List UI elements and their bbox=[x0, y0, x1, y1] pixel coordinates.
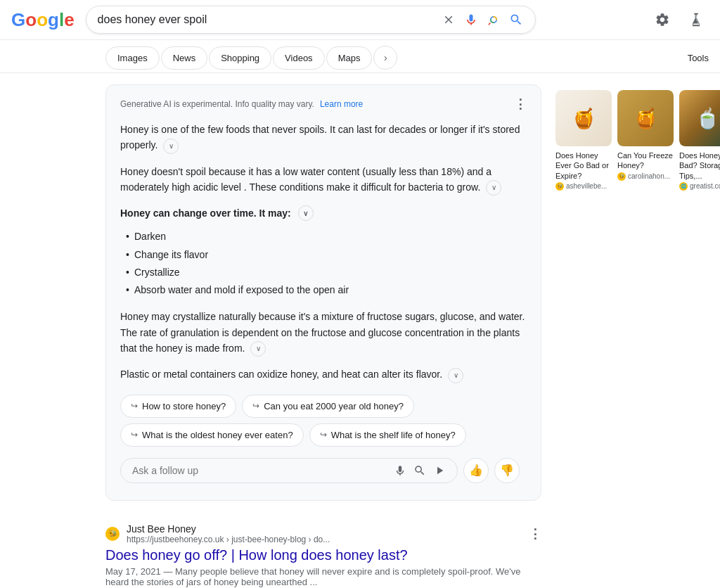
ai-paragraph-3: Honey may crystallize naturally because … bbox=[120, 309, 527, 357]
ai-more-options-icon[interactable]: ⋮ bbox=[514, 96, 527, 112]
source-favicon-0: 🐝 bbox=[555, 182, 564, 191]
image-thumbnail-1: 🍯 bbox=[617, 90, 674, 146]
chip-label: Can you eat 2000 year old honey? bbox=[264, 401, 404, 411]
image-card-1[interactable]: 🍯 Can You Freeze Honey? 🐝 carolinahon... bbox=[617, 90, 674, 191]
header: Google bbox=[0, 0, 720, 40]
list-item-flavor: Change its flavor bbox=[123, 246, 527, 264]
result-url: https://justbeehoney.co.uk › just-bee-ho… bbox=[127, 535, 522, 544]
left-panel: Generative AI is experimental. Info qual… bbox=[105, 84, 541, 588]
ai-disclaimer-text: Generative AI is experimental. Info qual… bbox=[120, 99, 314, 109]
google-logo[interactable]: Google bbox=[11, 9, 75, 31]
more-tabs-button[interactable]: › bbox=[373, 46, 397, 70]
result-site-name: Just Bee Honey bbox=[127, 523, 522, 535]
search-input[interactable] bbox=[98, 13, 434, 26]
ai-disclaimer: Generative AI is experimental. Info qual… bbox=[120, 96, 527, 112]
chip-arrow-icon: ↪ bbox=[131, 430, 138, 440]
expand-btn-1[interactable]: ∨ bbox=[163, 139, 179, 154]
source-favicon-1: 🐝 bbox=[617, 172, 626, 181]
search-tabs: Images News Shopping Videos Maps › Tools bbox=[0, 40, 720, 73]
image-card-source-0: 🐝 ashevillebe... bbox=[555, 182, 612, 191]
header-right bbox=[650, 7, 709, 32]
image-card-title-1: Can You Freeze Honey? bbox=[617, 151, 674, 171]
image-thumbnail-2: 🍵 bbox=[679, 90, 720, 146]
chip-label: How to store honey? bbox=[142, 401, 226, 411]
image-card-2[interactable]: 🍵 Does Honey Go Bad? Storage Tips,... 🌐 … bbox=[679, 90, 720, 191]
chip-label: What is the shelf life of honey? bbox=[331, 430, 456, 440]
followup-input-box bbox=[120, 458, 458, 483]
image-card-source-1: 🐝 carolinahon... bbox=[617, 172, 674, 181]
thumbs-up-button[interactable]: 👍 bbox=[463, 458, 489, 483]
expand-btn-2[interactable]: ∨ bbox=[486, 180, 501, 196]
source-favicon-2: 🌐 bbox=[679, 182, 688, 191]
result-title-link[interactable]: Does honey go off? | How long does honey… bbox=[105, 547, 541, 563]
image-card-source-2: 🌐 greatist.com bbox=[679, 182, 720, 191]
search-submit-icon[interactable] bbox=[508, 12, 524, 27]
result-source-info: Just Bee Honey https://justbeehoney.co.u… bbox=[127, 523, 522, 544]
search-box bbox=[86, 6, 536, 34]
expand-btn-3[interactable]: ∨ bbox=[250, 341, 266, 357]
ai-paragraph-4: Plastic or metal containers can oxidize … bbox=[120, 366, 527, 383]
tab-videos[interactable]: Videos bbox=[273, 46, 325, 70]
followup-lens-icon[interactable] bbox=[413, 464, 426, 477]
image-thumbnail-0: 🍯 bbox=[555, 90, 612, 146]
followup-mic-icon[interactable] bbox=[394, 464, 406, 477]
followup-send-icon[interactable] bbox=[433, 464, 446, 477]
result-favicon: 🐝 bbox=[105, 527, 120, 541]
chip-oldest-honey[interactable]: ↪ What is the oldest honey ever eaten? bbox=[120, 423, 304, 447]
tab-images[interactable]: Images bbox=[105, 46, 160, 70]
lens-search-icon[interactable] bbox=[486, 12, 501, 27]
ai-paragraph-2: Honey doesn't spoil because it has a low… bbox=[120, 164, 527, 196]
image-cards: 🍯 Does Honey Ever Go Bad or Expire? 🐝 as… bbox=[555, 90, 720, 191]
thumbs-down-button[interactable]: 👎 bbox=[494, 458, 520, 483]
result-snippet: Many people believe that honey will neve… bbox=[105, 566, 520, 587]
labs-icon[interactable] bbox=[683, 7, 709, 32]
list-item-crystallize: Crystallize bbox=[123, 264, 527, 281]
chip-label: What is the oldest honey ever eaten? bbox=[142, 430, 293, 440]
chip-shelf-life[interactable]: ↪ What is the shelf life of honey? bbox=[309, 423, 466, 447]
learn-more-link[interactable]: Learn more bbox=[320, 99, 363, 109]
ai-overview-box: Generative AI is experimental. Info qual… bbox=[105, 84, 541, 501]
honeycomb-image: 🍯 bbox=[617, 90, 674, 146]
voice-search-icon[interactable] bbox=[463, 12, 479, 27]
followup-input-row: 👍 👎 bbox=[120, 458, 527, 483]
result-date: May 17, 2021 — Many people believe that … bbox=[105, 566, 541, 587]
honey-jar-image: 🍯 bbox=[555, 90, 612, 146]
chip-store-honey[interactable]: ↪ How to store honey? bbox=[120, 395, 236, 418]
honey-bowl-image: 🍵 bbox=[679, 90, 720, 146]
tab-shopping[interactable]: Shopping bbox=[209, 46, 271, 70]
right-panel: 🍯 Does Honey Ever Go Bad or Expire? 🐝 as… bbox=[555, 84, 720, 588]
result-more-options[interactable]: ⋮ bbox=[529, 526, 541, 542]
search-result: 🐝 Just Bee Honey https://justbeehoney.co… bbox=[105, 515, 541, 589]
expand-btn-heading[interactable]: ∨ bbox=[298, 205, 314, 221]
image-card-title-2: Does Honey Go Bad? Storage Tips,... bbox=[679, 151, 720, 181]
expand-btn-4[interactable]: ∨ bbox=[448, 368, 463, 383]
feedback-buttons: 👍 👎 bbox=[463, 458, 520, 483]
ai-paragraph-1: Honey is one of the few foods that never… bbox=[120, 122, 527, 154]
ai-list-heading: Honey can change over time. It may: ∨ bbox=[120, 205, 527, 221]
chip-arrow-icon: ↪ bbox=[320, 430, 327, 440]
tab-maps[interactable]: Maps bbox=[326, 46, 373, 70]
settings-icon[interactable] bbox=[650, 7, 675, 32]
chip-arrow-icon: ↪ bbox=[252, 401, 259, 411]
tools-button[interactable]: Tools bbox=[676, 47, 720, 69]
followup-input[interactable] bbox=[132, 465, 387, 476]
list-item-darken: Darken bbox=[123, 228, 527, 245]
result-source: 🐝 Just Bee Honey https://justbeehoney.co… bbox=[105, 523, 541, 544]
image-card-title-0: Does Honey Ever Go Bad or Expire? bbox=[555, 151, 612, 181]
clear-search-icon[interactable] bbox=[441, 12, 456, 27]
chip-arrow-icon: ↪ bbox=[131, 401, 138, 411]
list-item-absorb: Absorb water and mold if exposed to the … bbox=[123, 281, 527, 299]
followup-chips: ↪ How to store honey? ↪ Can you eat 2000… bbox=[120, 395, 527, 447]
chip-2000-year-honey[interactable]: ↪ Can you eat 2000 year old honey? bbox=[242, 395, 414, 418]
ai-changes-list: Darken Change its flavor Crystallize Abs… bbox=[120, 228, 527, 299]
main-content: Generative AI is experimental. Info qual… bbox=[0, 73, 720, 588]
tab-news[interactable]: News bbox=[161, 46, 208, 70]
image-card-0[interactable]: 🍯 Does Honey Ever Go Bad or Expire? 🐝 as… bbox=[555, 90, 612, 191]
